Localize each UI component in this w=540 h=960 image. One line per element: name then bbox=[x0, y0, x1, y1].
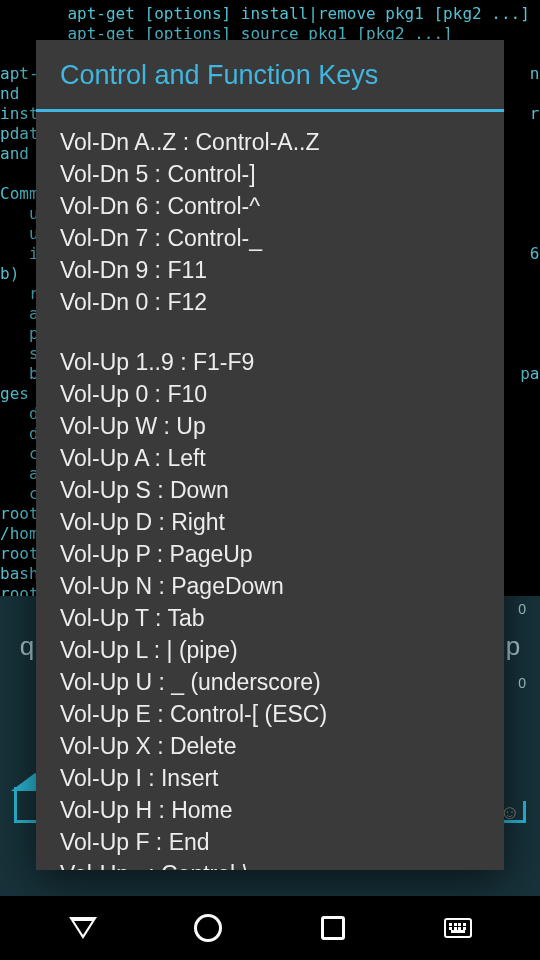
keymap-line: Vol-Dn 0 : F12 bbox=[60, 286, 480, 318]
keymap-line: Vol-Up A : Left bbox=[60, 442, 480, 474]
keymap-line: Vol-Up S : Down bbox=[60, 474, 480, 506]
keymap-line: Vol-Dn 9 : F11 bbox=[60, 254, 480, 286]
dialog-title: Control and Function Keys bbox=[36, 40, 504, 109]
dialog-body[interactable]: Vol-Dn A..Z : Control-A..ZVol-Dn 5 : Con… bbox=[36, 112, 504, 870]
keymap-line: Vol-Up E : Control-[ (ESC) bbox=[60, 698, 480, 730]
keymap-line: Vol-Up 1..9 : F1-F9 bbox=[60, 346, 480, 378]
keymap-line: Vol-Up L : | (pipe) bbox=[60, 634, 480, 666]
keymap-line: Vol-Dn 7 : Control-_ bbox=[60, 222, 480, 254]
keymap-line: Vol-Up F : End bbox=[60, 826, 480, 858]
nav-recent-button[interactable] bbox=[318, 913, 348, 943]
kbd-num-indicator: 0 bbox=[518, 601, 526, 617]
keymap-line: Vol-Up D : Right bbox=[60, 506, 480, 538]
keymap-line: Vol-Up T : Tab bbox=[60, 602, 480, 634]
keymap-line: Vol-Dn 5 : Control-] bbox=[60, 158, 480, 190]
keymap-line: Vol-Up P : PageUp bbox=[60, 538, 480, 570]
keymap-line: Vol-Up H : Home bbox=[60, 794, 480, 826]
keymap-line: Vol-Up X : Delete bbox=[60, 730, 480, 762]
keymap-line: Vol-Up N : PageDown bbox=[60, 570, 480, 602]
keymap-line: Vol-Dn 6 : Control-^ bbox=[60, 190, 480, 222]
keymap-line: Vol-Up W : Up bbox=[60, 410, 480, 442]
keymap-line: Vol-Up . : Control-\ bbox=[60, 858, 480, 870]
keymap-line: Vol-Up 0 : F10 bbox=[60, 378, 480, 410]
nav-back-button[interactable] bbox=[68, 913, 98, 943]
keymap-line: Vol-Up U : _ (underscore) bbox=[60, 666, 480, 698]
keymap-dialog: Control and Function Keys Vol-Dn A..Z : … bbox=[36, 40, 504, 870]
nav-ime-switch-button[interactable] bbox=[443, 913, 473, 943]
keymap-line: Vol-Dn A..Z : Control-A..Z bbox=[60, 126, 480, 158]
nav-home-button[interactable] bbox=[193, 913, 223, 943]
keymap-line: Vol-Up I : Insert bbox=[60, 762, 480, 794]
kbd-num-indicator-2: 0 bbox=[518, 675, 526, 691]
android-navbar bbox=[0, 896, 540, 960]
